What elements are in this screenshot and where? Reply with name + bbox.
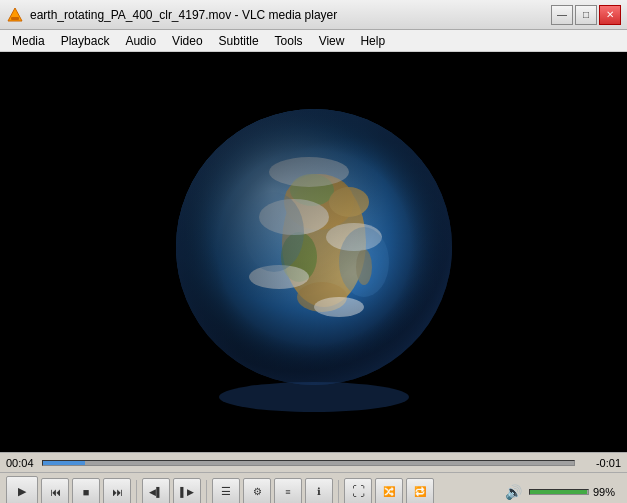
extended-settings-button[interactable]: ⚙	[243, 478, 271, 504]
svg-rect-1	[11, 17, 19, 20]
progress-bar-area: 00:04 -0:01	[0, 452, 627, 472]
fullscreen-button[interactable]: ⛶	[344, 478, 372, 504]
menu-playback[interactable]: Playback	[53, 30, 118, 51]
menu-subtitle[interactable]: Subtitle	[211, 30, 267, 51]
separator-2	[206, 480, 207, 504]
window-controls: — □ ✕	[551, 5, 621, 25]
loop-button[interactable]: 🔁	[406, 478, 434, 504]
volume-fill	[530, 490, 587, 494]
menu-tools[interactable]: Tools	[267, 30, 311, 51]
slower-button[interactable]: ◀▌	[142, 478, 170, 504]
svg-point-21	[219, 382, 409, 412]
random-button[interactable]: 🔀	[375, 478, 403, 504]
video-area[interactable]	[0, 52, 627, 452]
seek-bar[interactable]	[42, 460, 575, 466]
seek-fill	[43, 461, 85, 465]
vlc-icon	[6, 6, 24, 24]
faster-button[interactable]: ▌▶	[173, 478, 201, 504]
maximize-button[interactable]: □	[575, 5, 597, 25]
title-text: earth_rotating_PA_400_clr_4197.mov - VLC…	[30, 8, 337, 22]
menu-media[interactable]: Media	[4, 30, 53, 51]
separator-1	[136, 480, 137, 504]
time-elapsed: 00:04	[6, 457, 36, 469]
menu-video[interactable]: Video	[164, 30, 210, 51]
controls-area: ▶ ⏮ ■ ⏭ ◀▌ ▌▶ ☰ ⚙ ≡ ℹ ⛶ 🔀 🔁 🔊 99%	[0, 472, 627, 503]
prev-chapter-button[interactable]: ⏮	[41, 478, 69, 504]
volume-area: 🔊 99%	[501, 480, 621, 504]
volume-button[interactable]: 🔊	[501, 480, 525, 504]
title-left: earth_rotating_PA_400_clr_4197.mov - VLC…	[6, 6, 337, 24]
volume-percentage: 99%	[593, 486, 621, 498]
close-button[interactable]: ✕	[599, 5, 621, 25]
menu-help[interactable]: Help	[352, 30, 393, 51]
play-button[interactable]: ▶	[6, 476, 38, 504]
separator-3	[338, 480, 339, 504]
minimize-button[interactable]: —	[551, 5, 573, 25]
stop-button[interactable]: ■	[72, 478, 100, 504]
earth-svg	[164, 102, 464, 412]
svg-point-20	[176, 109, 452, 385]
next-chapter-button[interactable]: ⏭	[103, 478, 131, 504]
volume-slider[interactable]	[529, 489, 589, 495]
menu-bar: Media Playback Audio Video Subtitle Tool…	[0, 30, 627, 52]
toggle-playlist-button[interactable]: ☰	[212, 478, 240, 504]
earth-display	[164, 102, 464, 402]
menu-view[interactable]: View	[311, 30, 353, 51]
metadata-button[interactable]: ℹ	[305, 478, 333, 504]
menu-audio[interactable]: Audio	[117, 30, 164, 51]
chapters-button[interactable]: ≡	[274, 478, 302, 504]
title-bar: earth_rotating_PA_400_clr_4197.mov - VLC…	[0, 0, 627, 30]
time-remaining: -0:01	[581, 457, 621, 469]
